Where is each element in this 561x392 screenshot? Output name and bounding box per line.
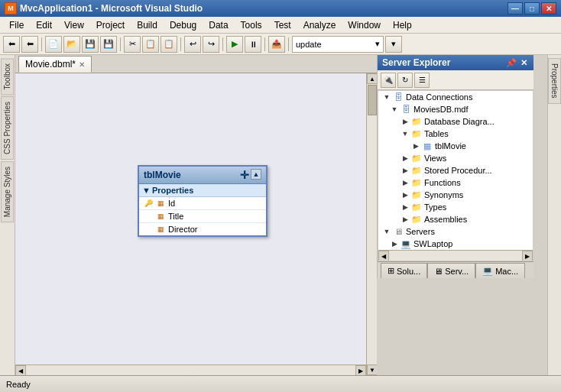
tree-scroll-left[interactable]: ◀ [378, 251, 389, 261]
maximize-button[interactable]: □ [524, 2, 540, 15]
tree-scroll-track-h[interactable] [389, 251, 522, 261]
toolbar: ⬅ ⬅ 📄 📂 💾 💾 ✂ 📋 📋 ↩ ↪ ▶ ⏸ 📤 update ▾ ▾ [0, 34, 561, 55]
doc-canvas[interactable]: tblMovie ✛ ▲ ▼ Properties 🔑 ▦ Id ▦ [15, 73, 377, 375]
panel-tb-connect[interactable]: 🔌 [381, 73, 396, 88]
menu-bar: File Edit View Project Build Debug Data … [0, 17, 561, 34]
sidebar-tab-properties[interactable]: Properties [548, 58, 561, 104]
toolbar-btn-saveall[interactable]: 💾 [100, 36, 117, 53]
menu-file[interactable]: File [3, 18, 30, 32]
scroll-thumb-v[interactable] [368, 85, 377, 115]
toolbar-btn-save[interactable]: 💾 [82, 36, 99, 53]
tree-toggle-synonyms[interactable]: ▶ [400, 190, 410, 200]
tree-toggle-db-diagrams[interactable]: ▶ [400, 116, 410, 127]
menu-test[interactable]: Test [268, 18, 297, 32]
stored-procedures-icon: 📁 [410, 165, 423, 176]
tree-item-views[interactable]: ▶ 📁 Views [378, 152, 533, 164]
toolbar-btn-1[interactable]: ⬅ [3, 36, 20, 53]
toolbar-btn-redo[interactable]: ↪ [203, 36, 219, 53]
tree-toggle-swlaptop[interactable]: ▶ [389, 238, 400, 249]
sidebar-tab-manage-styles[interactable]: Manage Styles [1, 161, 14, 222]
panel-close-icon[interactable]: ✕ [518, 57, 529, 68]
tree-item-tables[interactable]: ▼ 📁 Tables [378, 128, 533, 140]
tree-toggle-tables[interactable]: ▼ [400, 128, 410, 139]
doc-scrollbar-horizontal[interactable]: ◀ ▶ [15, 364, 366, 375]
tree-toggle-data-connections[interactable]: ▼ [381, 92, 392, 102]
title-bar: M MvcApplication1 - Microsoft Visual Stu… [0, 0, 561, 17]
tree-toggle-moviesdb[interactable]: ▼ [389, 104, 400, 115]
menu-data[interactable]: Data [203, 18, 234, 32]
tree-item-functions[interactable]: ▶ 📁 Functions [378, 177, 533, 189]
toolbar-btn-7[interactable]: ▾ [385, 36, 402, 53]
toolbar-btn-new[interactable]: 📄 [45, 36, 62, 53]
panel-pin-icon[interactable]: 📌 [506, 57, 517, 68]
menu-build[interactable]: Build [131, 18, 164, 32]
scroll-up-btn[interactable]: ▲ [367, 73, 377, 84]
minimize-button[interactable]: — [507, 2, 523, 15]
tree-label-stored-procedures: Stored Procedur... [424, 166, 492, 175]
menu-window[interactable]: Window [342, 18, 387, 32]
tree-item-servers[interactable]: ▼ 🖥 Servers [378, 225, 533, 238]
sidebar-tab-toolbox[interactable]: Toolbox [1, 58, 14, 95]
scroll-track-v[interactable] [367, 84, 377, 364]
tree-item-swlaptop[interactable]: ▶ 💻 SWLaptop [378, 238, 533, 250]
entity-collapse-btn[interactable]: ▲ [251, 169, 261, 180]
doc-tab-close-icon[interactable]: ✕ [79, 60, 85, 69]
scroll-track-h[interactable] [26, 365, 355, 375]
menu-help[interactable]: Help [387, 18, 418, 32]
tree-toggle-functions[interactable]: ▶ [400, 177, 410, 188]
toolbar-btn-run[interactable]: ▶ [226, 36, 243, 53]
tree-scrollbar-h[interactable]: ◀ ▶ [378, 250, 533, 261]
doc-scrollbar-vertical[interactable]: ▲ ▼ [366, 73, 377, 375]
bottom-tab-server[interactable]: 🖥 Serv... [427, 263, 475, 278]
entity-tblmovie[interactable]: tblMovie ✛ ▲ ▼ Properties 🔑 ▦ Id ▦ [138, 165, 268, 237]
menu-tools[interactable]: Tools [235, 18, 268, 32]
tree-item-types[interactable]: ▶ 📁 Types [378, 201, 533, 213]
close-button[interactable]: ✕ [541, 2, 556, 15]
tree-toggle-stored-procedures[interactable]: ▶ [400, 165, 410, 176]
section-label: Properties [152, 186, 193, 195]
main-area: Toolbox CSS Properties Manage Styles Mov… [0, 55, 561, 375]
toolbar-btn-undo[interactable]: ↩ [184, 36, 201, 53]
toolbar-btn-open[interactable]: 📂 [63, 36, 80, 53]
toolbar-btn-copy[interactable]: 📋 [142, 36, 159, 53]
tree-item-stored-procedures[interactable]: ▶ 📁 Stored Procedur... [378, 164, 533, 177]
tree-item-moviesdb[interactable]: ▼ 🗄 MoviesDB.mdf [378, 103, 533, 115]
toolbar-btn-5[interactable]: ⏸ [245, 36, 261, 53]
tree-toggle-views[interactable]: ▶ [400, 153, 410, 164]
toolbar-btn-2[interactable]: ⬅ [21, 36, 38, 53]
panel-tb-filter[interactable]: ☰ [414, 73, 430, 88]
toolbar-btn-6[interactable]: 📤 [268, 36, 285, 53]
toolbar-sep-1 [41, 37, 42, 51]
scroll-right-btn[interactable]: ▶ [355, 365, 366, 375]
status-bar: Ready [0, 375, 561, 392]
tree-label-moviesdb: MoviesDB.mdf [413, 105, 469, 114]
sidebar-tab-css-properties[interactable]: CSS Properties [1, 96, 14, 160]
bottom-tab-solution[interactable]: ⊞ Solu... [381, 263, 427, 278]
tree-item-assemblies[interactable]: ▶ 📁 Assemblies [378, 213, 533, 225]
tree-item-synonyms[interactable]: ▶ 📁 Synonyms [378, 189, 533, 201]
bottom-tab-mac[interactable]: 💻 Mac... [475, 263, 525, 278]
field-db-icon-director: ▦ [156, 225, 165, 234]
tree-toggle-servers[interactable]: ▼ [381, 226, 392, 237]
menu-edit[interactable]: Edit [30, 18, 58, 32]
scroll-left-btn[interactable]: ◀ [15, 365, 26, 375]
toolbar-btn-paste[interactable]: 📋 [161, 36, 177, 53]
server-explorer-panel: Server Explorer 📌 ✕ 🔌 ↻ ☰ ▼ 🗄 Data [377, 55, 533, 278]
tree-toggle-assemblies[interactable]: ▶ [400, 214, 410, 225]
entity-header[interactable]: tblMovie ✛ ▲ [139, 167, 266, 184]
menu-analyze[interactable]: Analyze [297, 18, 342, 32]
toolbar-btn-cut[interactable]: ✂ [124, 36, 141, 53]
tree-toggle-tblmovie[interactable]: ▶ [410, 141, 421, 151]
doc-tab-movie[interactable]: Movie.dbml* ✕ [18, 56, 92, 73]
scroll-down-btn[interactable]: ▼ [367, 364, 377, 375]
menu-debug[interactable]: Debug [164, 18, 203, 32]
tree-item-db-diagrams[interactable]: ▶ 📁 Database Diagra... [378, 115, 533, 128]
tree-toggle-types[interactable]: ▶ [400, 202, 410, 212]
panel-tb-refresh[interactable]: ↻ [397, 73, 413, 88]
menu-project[interactable]: Project [90, 18, 131, 32]
tree-item-tblmovie[interactable]: ▶ ▦ tblMovie [378, 140, 533, 152]
tree-scroll-right[interactable]: ▶ [522, 251, 533, 261]
tree-item-data-connections[interactable]: ▼ 🗄 Data Connections [378, 91, 533, 103]
toolbar-dropdown-config[interactable]: update ▾ [292, 36, 384, 53]
menu-view[interactable]: View [58, 18, 90, 32]
